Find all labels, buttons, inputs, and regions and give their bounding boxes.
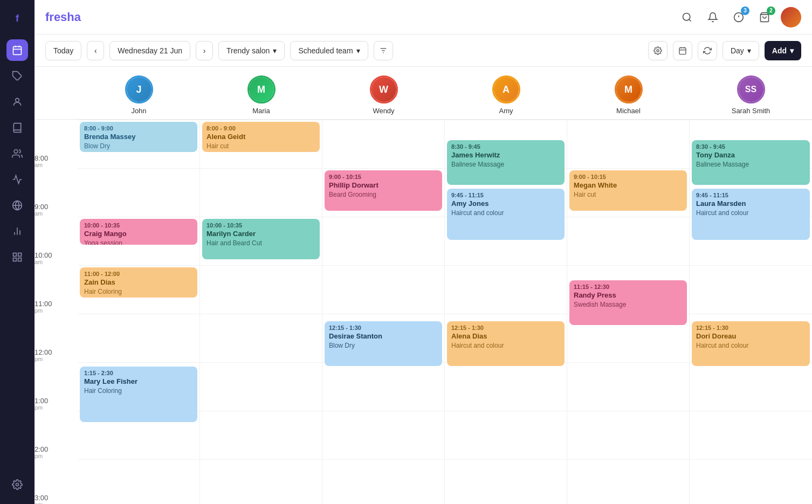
time-8am: 8:00 am	[35, 120, 78, 168]
calendar-view: J John M Maria W Wendy	[35, 67, 812, 504]
john-column: 8:00 - 9:00 Brenda Massey Blow Dry 10:00…	[78, 120, 200, 504]
alert-badge: 3	[741, 6, 749, 15]
appt-brenda-massey[interactable]: 8:00 - 9:00 Brenda Massey Blow Dry	[80, 122, 197, 152]
sidebar-item-clients[interactable]	[6, 91, 28, 113]
svg-rect-15	[13, 258, 17, 261]
svg-rect-14	[18, 258, 22, 261]
wendy-avatar: W	[370, 75, 398, 103]
chevron-down-icon: ▾	[790, 46, 794, 55]
svg-line-18	[689, 19, 691, 21]
svg-rect-13	[18, 253, 22, 257]
amy-avatar: A	[492, 75, 520, 103]
appt-amy-jones[interactable]: 9:45 - 11:15 Amy Jones Haircut and colou…	[447, 189, 565, 240]
time-1pm: 1:00 pm	[35, 362, 78, 411]
staff-amy: A Amy	[445, 75, 567, 115]
appt-alena-geidt[interactable]: 8:00 - 9:00 Alena Geidt Hair cut	[202, 122, 320, 152]
cart-icon[interactable]: 2	[755, 8, 774, 27]
app-logo: f	[11, 9, 23, 29]
top-header: fresha 3 2	[35, 0, 812, 34]
sidebar-item-team[interactable]	[6, 195, 28, 216]
staff-headers: J John M Maria W Wendy	[35, 67, 812, 120]
staff-columns: J John M Maria W Wendy	[78, 75, 812, 115]
svg-point-16	[16, 484, 19, 486]
schedule-body: 8:00 am 9:00 am 10:00 am 11:00 pm 12:00	[35, 120, 812, 504]
sarah-column: 8:30 - 9:45 Tony Danza Balinese Massage …	[690, 120, 812, 504]
user-avatar[interactable]	[781, 7, 801, 27]
michael-name: Michael	[616, 107, 641, 115]
salon-selector[interactable]: Trendy salon ▾	[218, 41, 285, 60]
staff-wendy: W Wendy	[322, 75, 445, 115]
sarah-name: Sarah Smith	[732, 107, 770, 115]
svg-rect-27	[679, 47, 686, 54]
sidebar-item-services[interactable]	[6, 117, 28, 139]
time-3pm: 3:00 pm	[35, 459, 78, 504]
amy-column: 8:30 - 9:45 James Herwitz Balinese Massa…	[445, 120, 567, 504]
appt-dori-doreau[interactable]: 12:15 - 1:30 Dori Doreau Haircut and col…	[692, 321, 810, 366]
svg-point-26	[657, 50, 659, 52]
svg-rect-0	[13, 46, 22, 54]
chevron-down-icon: ▾	[356, 46, 360, 55]
sidebar-item-tags[interactable]	[6, 65, 28, 87]
appt-phillip-dorwart[interactable]: 9:00 - 10:15 Phillip Dorwart Beard Groom…	[325, 170, 442, 211]
sidebar-item-staff[interactable]	[6, 143, 28, 164]
cart-badge: 2	[767, 6, 775, 15]
notification-bell[interactable]	[703, 8, 722, 27]
appt-mary-lee-fisher[interactable]: 1:15 - 2:30 Mary Lee Fisher Hair Colorin…	[80, 367, 197, 422]
appt-alena-dias[interactable]: 12:15 - 1:30 Alena Dias Haircut and colo…	[447, 321, 565, 366]
time-2pm: 2:00 pm	[35, 411, 78, 459]
appt-craig-mango[interactable]: 10:00 - 10:35 Craig Mango Yoga session	[80, 219, 197, 245]
fresha-logo: fresha	[45, 10, 81, 24]
chevron-down-icon: ▾	[273, 46, 277, 55]
wendy-column: 9:00 - 10:15 Phillip Dorwart Beard Groom…	[322, 120, 445, 504]
maria-avatar: M	[247, 75, 276, 103]
michael-column: 9:00 - 10:15 Megan White Hair cut 11:15 …	[567, 120, 690, 504]
sidebar-item-marketing[interactable]	[6, 169, 28, 190]
date-picker[interactable]: Wednesday 21 Jun	[109, 41, 190, 60]
appt-desirae-stanton[interactable]: 12:15 - 1:30 Desirae Stanton Blow Dry	[325, 321, 442, 366]
sidebar-item-calendar[interactable]	[6, 39, 28, 61]
calendar-view-button[interactable]	[673, 41, 692, 60]
svg-point-6	[14, 150, 18, 154]
sarah-avatar: SS	[737, 75, 765, 103]
wendy-name: Wendy	[373, 107, 394, 115]
filter-button[interactable]	[374, 41, 393, 60]
sidebar-item-reports[interactable]	[6, 220, 28, 242]
day-view-button[interactable]: Day ▾	[722, 41, 759, 60]
refresh-button[interactable]	[698, 41, 717, 60]
prev-button[interactable]: ‹	[87, 41, 104, 60]
appt-marilyn-carder[interactable]: 10:00 - 10:35 Marilyn Carder Hair and Be…	[202, 219, 320, 259]
staff-maria: M Maria	[200, 75, 322, 115]
amy-name: Amy	[499, 107, 513, 115]
time-labels: 8:00 am 9:00 am 10:00 am 11:00 pm 12:00	[35, 120, 78, 504]
grid-columns: 8:00 - 9:00 Brenda Massey Blow Dry 10:00…	[78, 120, 812, 504]
sidebar-item-settings[interactable]	[6, 474, 28, 495]
john-name: John	[131, 107, 146, 115]
staff-sarah: SS Sarah Smith	[690, 75, 812, 115]
sidebar: f	[0, 0, 35, 504]
appt-laura-marsden[interactable]: 9:45 - 11:15 Laura Marsden Haircut and c…	[692, 189, 810, 240]
svg-rect-12	[13, 253, 17, 257]
maria-column: 8:00 - 9:00 Alena Geidt Hair cut 10:00 -…	[200, 120, 322, 504]
time-12pm: 12:00 pm	[35, 314, 78, 362]
staff-michael: M Michael	[567, 75, 690, 115]
staff-john: J John	[78, 75, 200, 115]
next-button[interactable]: ›	[196, 41, 213, 60]
add-button[interactable]: Add ▾	[765, 41, 801, 60]
team-selector[interactable]: Scheduled team ▾	[290, 41, 368, 60]
main-content: fresha 3 2 Today ‹ Wednesday 21 Jun › Tr…	[35, 0, 812, 504]
appt-zain-dias[interactable]: 11:00 - 12:00 Zain Dias Hair Coloring	[80, 267, 197, 298]
appt-tony-danza[interactable]: 8:30 - 9:45 Tony Danza Balinese Massage	[692, 140, 810, 185]
sidebar-item-apps[interactable]	[6, 246, 28, 268]
time-9am: 9:00 am	[35, 168, 78, 217]
appt-randy-press[interactable]: 11:15 - 12:30 Randy Press Swedish Massag…	[569, 280, 687, 325]
appt-megan-white[interactable]: 9:00 - 10:15 Megan White Hair cut	[569, 170, 687, 211]
settings-button[interactable]	[648, 41, 668, 60]
appt-james-herwitz[interactable]: 8:30 - 9:45 James Herwitz Balinese Massa…	[447, 140, 565, 185]
search-icon-button[interactable]	[677, 8, 697, 27]
svg-point-17	[683, 13, 690, 20]
john-avatar: J	[125, 75, 153, 103]
maria-name: Maria	[252, 107, 270, 115]
alerts-icon[interactable]: 3	[729, 8, 748, 27]
today-button[interactable]: Today	[45, 41, 81, 60]
svg-point-5	[16, 98, 19, 102]
